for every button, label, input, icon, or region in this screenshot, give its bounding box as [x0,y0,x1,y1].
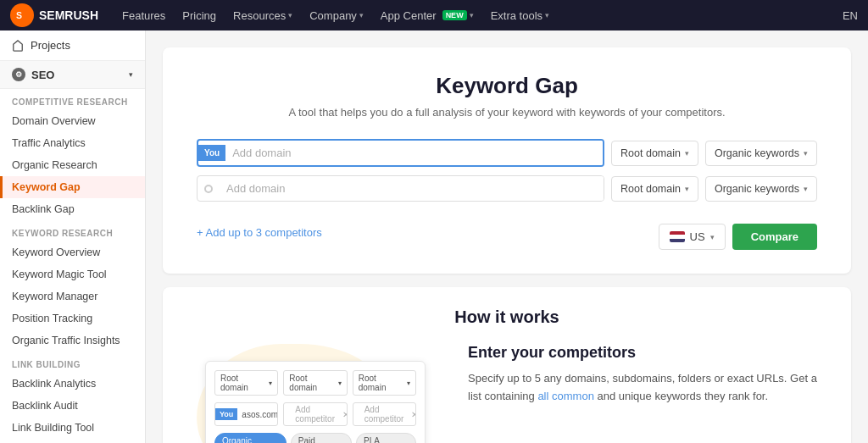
nav-extra-tools[interactable]: Extra tools ▾ [491,9,549,22]
how-it-works-card: How it works Root domain ▾ Root do [163,287,851,443]
hiw-illustration: Root domain ▾ Root domain ▾ Root domain … [188,344,442,443]
sidebar-item-bulk-analysis[interactable]: Bulk Analysis [0,439,145,443]
competitor-dot [204,185,213,193]
domain-input-wrapper-1[interactable]: You [197,139,604,167]
language-selector[interactable]: EN [843,9,858,22]
hiw-common-link[interactable]: all common [537,390,593,402]
chevron-down-icon: ▾ [470,11,474,19]
hiw-content: Root domain ▾ Root domain ▾ Root domain … [188,344,826,443]
main-layout: Projects ⚙ SEO ▾ COMPETITIVE RESEARCH Do… [0,30,868,443]
page-subtitle: A tool that helps you do a full analysis… [197,106,817,119]
chevron-down-icon: ▾ [804,185,808,193]
domain-input-wrapper-2[interactable] [197,175,604,202]
top-navigation: S SEMRUSH Features Pricing Resources ▾ C… [0,0,868,30]
sidebar-projects[interactable]: Projects [0,30,145,61]
mini-pill-organic: Organic keywords [214,433,287,443]
mini-pill-pla: PLA keywords [356,433,416,443]
sidebar-item-backlink-gap[interactable]: Backlink Gap [0,198,145,220]
keyword-type-dropdown-1[interactable]: Organic keywords ▾ [705,141,817,166]
chevron-down-icon: ▾ [685,185,689,193]
mini-dd-3: Root domain ▾ [353,370,416,396]
sidebar-item-backlink-audit[interactable]: Backlink Audit [0,395,145,417]
chevron-down-icon: ▾ [288,11,292,19]
hiw-section-text: Specify up to 5 any domains, subdomains,… [468,370,826,406]
section-title-link: LINK BUILDING [0,352,145,373]
mini-pill-paid: Paid keywords [291,433,352,443]
add-competitors-link[interactable]: + Add up to 3 competitors [197,226,322,239]
mini-dd-1: Root domain ▾ [214,370,278,396]
sidebar-item-keyword-gap[interactable]: Keyword Gap [0,176,145,198]
compare-button[interactable]: Compare [732,224,817,250]
sidebar-item-backlink-analytics[interactable]: Backlink Analytics [0,373,145,395]
sidebar-item-organic-traffic[interactable]: Organic Traffic Insights [0,329,145,352]
chevron-down-icon: ▾ [685,149,689,158]
sidebar-item-keyword-manager[interactable]: Keyword Manager [0,285,145,307]
page-title: Keyword Gap [197,73,817,99]
sidebar-item-keyword-overview[interactable]: Keyword Overview [0,241,145,263]
domain-input-2[interactable] [220,176,604,201]
domain-row-1: You Root domain ▾ Organic keywords ▾ [197,139,817,167]
nav-company[interactable]: Company ▾ [309,9,364,22]
seo-section-header[interactable]: ⚙ SEO ▾ [0,61,145,89]
mini-input-2: Add competitor ✕ [283,402,347,426]
mini-input-3: Add competitor ✕ [353,402,416,426]
nav-app-center[interactable]: App Center NEW ▾ [381,9,474,22]
chevron-down-icon: ▾ [129,70,133,79]
country-selector[interactable]: US ▾ [659,224,726,250]
sidebar-item-organic-research[interactable]: Organic Research [0,154,145,176]
nav-resources[interactable]: Resources ▾ [233,9,292,22]
domain-row-2: Root domain ▾ Organic keywords ▾ [197,175,817,202]
hiw-section-title: Enter your competitors [468,344,826,362]
home-icon [12,40,24,52]
compare-row: US ▾ Compare [659,224,817,250]
hiw-text: Enter your competitors Specify up to 5 a… [468,344,826,406]
mini-input-1: You asos.com ✕ [214,402,278,426]
chevron-down-icon: ▾ [545,11,549,19]
logo[interactable]: S SEMRUSH [10,3,98,27]
nav-features[interactable]: Features [122,9,165,22]
sidebar-item-link-building[interactable]: Link Building Tool [0,417,145,439]
chevron-down-icon: ▾ [710,233,715,241]
root-domain-dropdown-2[interactable]: Root domain ▾ [611,176,698,202]
hiw-title: How it works [188,307,826,327]
keyword-type-dropdown-2[interactable]: Organic keywords ▾ [705,176,817,202]
keyword-gap-card: Keyword Gap A tool that helps you do a f… [163,47,851,274]
hiw-mini-ui: Root domain ▾ Root domain ▾ Root domain … [205,361,426,443]
sidebar-item-traffic-analytics[interactable]: Traffic Analytics [0,132,145,154]
domain-input-1[interactable] [225,141,603,165]
you-badge: You [198,145,225,161]
mini-pills: Organic keywords Paid keywords PLA keywo… [214,433,416,443]
us-flag-icon [670,231,685,242]
chevron-down-icon: ▾ [359,11,364,19]
section-title-competitive: COMPETITIVE RESEARCH [0,89,145,110]
section-title-keyword: KEYWORD RESEARCH [0,220,145,241]
seo-icon: ⚙ [12,68,25,81]
svg-text:S: S [16,10,22,20]
nav-pricing[interactable]: Pricing [182,9,216,22]
main-content: Keyword Gap A tool that helps you do a f… [146,30,868,443]
sidebar: Projects ⚙ SEO ▾ COMPETITIVE RESEARCH Do… [0,30,146,443]
root-domain-dropdown-1[interactable]: Root domain ▾ [611,141,698,166]
chevron-down-icon: ▾ [804,149,808,158]
mini-dd-2: Root domain ▾ [283,370,347,396]
sidebar-item-keyword-magic[interactable]: Keyword Magic Tool [0,263,145,285]
sidebar-item-domain-overview[interactable]: Domain Overview [0,110,145,132]
sidebar-item-position-tracking[interactable]: Position Tracking [0,307,145,329]
